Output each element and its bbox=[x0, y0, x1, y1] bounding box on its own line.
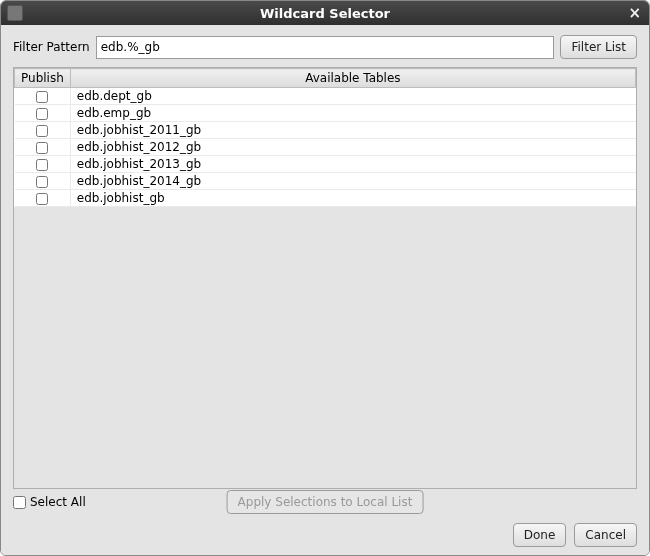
select-all-label: Select All bbox=[30, 495, 86, 509]
row-publish-checkbox[interactable] bbox=[36, 142, 48, 154]
row-publish-checkbox[interactable] bbox=[36, 108, 48, 120]
row-table-name: edb.jobhist_2011_gb bbox=[70, 122, 635, 139]
select-all-checkbox[interactable] bbox=[13, 496, 26, 509]
apply-selections-button[interactable]: Apply Selections to Local List bbox=[227, 490, 424, 514]
row-publish-checkbox[interactable] bbox=[36, 91, 48, 103]
row-publish-checkbox[interactable] bbox=[36, 159, 48, 171]
row-table-name: edb.emp_gb bbox=[70, 105, 635, 122]
table-row[interactable]: edb.dept_gb bbox=[15, 88, 636, 105]
titlebar: Wildcard Selector × bbox=[1, 1, 649, 25]
column-header-available[interactable]: Available Tables bbox=[70, 69, 635, 88]
filter-row: Filter Pattern Filter List bbox=[13, 35, 637, 59]
close-icon[interactable]: × bbox=[628, 3, 641, 23]
row-publish-cell bbox=[15, 173, 71, 190]
select-all-control[interactable]: Select All bbox=[13, 495, 86, 509]
filter-pattern-label: Filter Pattern bbox=[13, 40, 90, 54]
filter-list-button[interactable]: Filter List bbox=[560, 35, 637, 59]
row-table-name: edb.jobhist_2012_gb bbox=[70, 139, 635, 156]
window-content: Filter Pattern Filter List Publish Avail… bbox=[1, 25, 649, 555]
available-tables-table: Publish Available Tables edb.dept_gbedb.… bbox=[14, 68, 636, 207]
table-row[interactable]: edb.jobhist_gb bbox=[15, 190, 636, 207]
row-publish-cell bbox=[15, 156, 71, 173]
row-table-name: edb.jobhist_gb bbox=[70, 190, 635, 207]
table-row[interactable]: edb.emp_gb bbox=[15, 105, 636, 122]
select-apply-row: Select All Apply Selections to Local Lis… bbox=[13, 489, 637, 515]
row-table-name: edb.jobhist_2013_gb bbox=[70, 156, 635, 173]
table-row[interactable]: edb.jobhist_2012_gb bbox=[15, 139, 636, 156]
column-header-publish[interactable]: Publish bbox=[15, 69, 71, 88]
row-publish-cell bbox=[15, 139, 71, 156]
tables-scroll[interactable]: Publish Available Tables edb.dept_gbedb.… bbox=[14, 68, 636, 488]
row-publish-checkbox[interactable] bbox=[36, 125, 48, 137]
row-table-name: edb.jobhist_2014_gb bbox=[70, 173, 635, 190]
action-row: Done Cancel bbox=[13, 515, 637, 547]
table-row[interactable]: edb.jobhist_2014_gb bbox=[15, 173, 636, 190]
row-publish-cell bbox=[15, 105, 71, 122]
cancel-button[interactable]: Cancel bbox=[574, 523, 637, 547]
row-publish-cell bbox=[15, 88, 71, 105]
row-table-name: edb.dept_gb bbox=[70, 88, 635, 105]
filter-pattern-input[interactable] bbox=[96, 36, 555, 59]
done-button[interactable]: Done bbox=[513, 523, 567, 547]
table-row[interactable]: edb.jobhist_2013_gb bbox=[15, 156, 636, 173]
row-publish-checkbox[interactable] bbox=[36, 176, 48, 188]
row-publish-checkbox[interactable] bbox=[36, 193, 48, 205]
table-row[interactable]: edb.jobhist_2011_gb bbox=[15, 122, 636, 139]
window-title: Wildcard Selector bbox=[260, 6, 390, 21]
tables-panel: Publish Available Tables edb.dept_gbedb.… bbox=[13, 67, 637, 489]
wildcard-selector-window: Wildcard Selector × Filter Pattern Filte… bbox=[0, 0, 650, 556]
row-publish-cell bbox=[15, 190, 71, 207]
row-publish-cell bbox=[15, 122, 71, 139]
app-icon bbox=[7, 5, 23, 21]
